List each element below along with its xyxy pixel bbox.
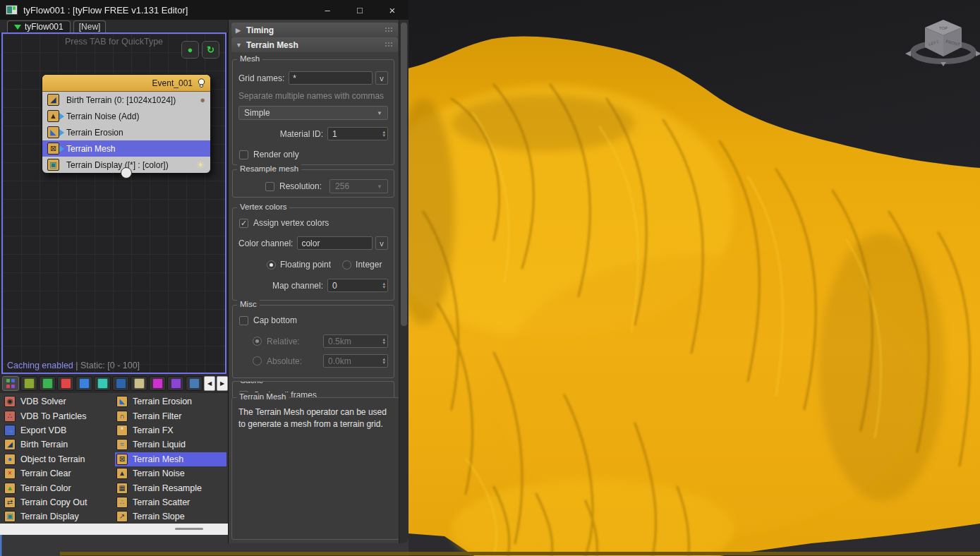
floating-point-label: Floating point <box>280 260 331 270</box>
group-resample: Resample mesh ✓ Resolution: 256 ▼ <box>232 169 394 198</box>
panel-vscrollbar[interactable] <box>399 20 409 543</box>
color-channel-v-button[interactable]: v <box>375 236 388 250</box>
operator-icon: ◣ <box>47 126 59 138</box>
spinner-arrows-icon[interactable]: ▴▾ <box>382 355 385 367</box>
window-title: tyFlow001 : [tyFlow FREE v1.131 Editor] <box>23 5 188 16</box>
operator-list-label: Terrain Mesh <box>133 454 183 464</box>
map-channel-value: 0 <box>332 281 337 291</box>
operator-list-item[interactable]: ∩ Terrain Filter <box>115 409 226 423</box>
rollout-timing[interactable]: ▶ Timing <box>231 23 398 37</box>
relative-radio[interactable] <box>253 337 262 346</box>
cap-bottom-checkbox[interactable]: ✓ <box>239 316 248 325</box>
minimize-button[interactable]: – <box>311 0 344 20</box>
tab-tyflow001[interactable]: tyFlow001 <box>7 20 71 32</box>
material-id-label: Material ID: <box>280 129 323 139</box>
mesh-type-dropdown[interactable]: Simple ▼ <box>238 106 388 120</box>
hscrollbar-thumb[interactable] <box>175 528 203 530</box>
filter-category-button[interactable] <box>57 376 74 391</box>
filter-category-button[interactable] <box>149 376 166 391</box>
map-channel-spinner[interactable]: 0 ▴▾ <box>327 279 388 292</box>
refresh-button[interactable]: ↻ <box>202 41 219 59</box>
static-range-text: | Static: [0 - 100] <box>73 361 140 370</box>
relative-spinner[interactable]: 0.5km ▴▾ <box>323 334 388 348</box>
filter-category-button[interactable] <box>112 376 129 391</box>
color-channel-input[interactable]: color <box>297 236 373 250</box>
operator-list-item[interactable]: * Terrain FX <box>115 423 226 437</box>
operator-list-item[interactable]: ↗ Terrain Slope <box>115 509 226 524</box>
titlebar[interactable]: tyFlow001 : [tyFlow FREE v1.131 Editor] … <box>0 0 409 20</box>
operator-list-item[interactable]: ∴ Terrain Scatter <box>115 495 226 509</box>
operator-list-item[interactable]: ⊠ Terrain Mesh <box>115 452 226 466</box>
close-button[interactable]: × <box>376 0 409 20</box>
filter-category-button[interactable] <box>39 376 56 391</box>
tab-new[interactable]: [New] <box>73 20 107 32</box>
operator-list-item[interactable]: × Terrain Clear <box>3 466 113 481</box>
drag-grip-icon[interactable] <box>385 27 394 33</box>
operator-indicator-icon[interactable]: ● <box>200 95 205 104</box>
rollout-terrain-mesh[interactable]: ▼ Terrain Mesh <box>231 37 398 52</box>
filter-buttons <box>20 376 202 391</box>
event-operator-row[interactable]: ◣ Terrain Erosion <box>42 124 210 140</box>
scroll-right-button[interactable]: ▶ <box>217 376 228 391</box>
operator-list-item[interactable]: ● Object to Terrain <box>3 452 113 466</box>
operator-list-item[interactable]: ▦ Terrain Resample <box>115 481 226 495</box>
filter-category-button[interactable] <box>20 376 37 391</box>
operator-list-item[interactable]: ▲ Terrain Color <box>3 481 113 495</box>
resample-checkbox[interactable]: ✓ <box>265 182 274 191</box>
operator-list-item[interactable]: ▲ Terrain Noise <box>115 466 226 481</box>
filter-category-button[interactable] <box>167 376 184 391</box>
group-misc-title: Misc <box>237 300 260 308</box>
viewcube-top-label: TOP <box>939 26 948 30</box>
node-editor-canvas[interactable]: Press TAB for QuickType ● ↻ Event_001 ◢ <box>1 32 226 374</box>
render-only-checkbox[interactable]: ✓ <box>239 150 248 159</box>
maximize-button[interactable]: □ <box>344 0 376 20</box>
simulate-button[interactable]: ● <box>181 41 199 59</box>
spinner-arrows-icon[interactable]: ▴▾ <box>382 279 385 291</box>
group-vertex-colors: Vertex colors ✓ Assign vertex colors Col… <box>232 207 394 301</box>
operator-list-label: VDB Solver <box>20 397 66 406</box>
floating-point-radio[interactable] <box>267 260 276 270</box>
grid-names-input[interactable]: * <box>289 71 373 85</box>
spinner-arrows-icon[interactable]: ▴▾ <box>382 335 385 347</box>
absolute-label: Absolute: <box>267 356 302 366</box>
operator-list-item[interactable]: ◣ Terrain Erosion <box>115 394 226 409</box>
absolute-radio[interactable] <box>253 356 262 365</box>
absolute-spinner[interactable]: 0.0km ▴▾ <box>323 354 388 368</box>
operator-list-item[interactable]: ∴ VDB To Particles <box>3 409 113 423</box>
tab-label: tyFlow001 <box>25 22 63 32</box>
resolution-dropdown[interactable]: 256 ▼ <box>329 179 388 193</box>
event-operator-row[interactable]: ◢ Birth Terrain (0: [1024x1024]) ● <box>42 92 210 108</box>
filter-all-button[interactable] <box>2 376 19 391</box>
filter-category-button[interactable] <box>186 376 202 391</box>
integer-radio[interactable] <box>342 260 351 270</box>
filter-category-button[interactable] <box>75 376 92 391</box>
filter-category-button[interactable] <box>94 376 111 391</box>
scroll-left-button[interactable]: ◀ <box>204 376 215 391</box>
grid-names-v-button[interactable]: v <box>375 71 388 85</box>
chevron-down-icon: ▼ <box>377 110 382 116</box>
operator-list-hscrollbar[interactable] <box>0 524 228 535</box>
filter-all-icon <box>6 379 16 388</box>
node-output-connector[interactable] <box>121 167 132 179</box>
drag-grip-icon[interactable] <box>385 42 394 48</box>
filter-category-button[interactable] <box>131 376 147 391</box>
filter-category-icon <box>61 378 71 389</box>
material-id-spinner[interactable]: 1 ▴▾ <box>327 127 388 140</box>
assign-vertex-colors-checkbox[interactable]: ✓ <box>239 219 248 228</box>
operator-list-item[interactable]: ≈ Terrain Liquid <box>115 437 226 452</box>
operator-indicator-icon[interactable]: ☀ <box>196 159 205 170</box>
operator-list-item[interactable]: ⇄ Terrain Copy Out <box>3 495 113 509</box>
filter-category-icon <box>24 378 35 389</box>
operator-list-item[interactable]: → Export VDB <box>3 423 113 437</box>
vscrollbar-thumb[interactable] <box>401 23 407 326</box>
event-node[interactable]: Event_001 ◢ Birth Terrain (0: [1024x1024… <box>42 74 211 174</box>
operator-list-item[interactable]: ◉ VDB Solver <box>3 394 113 409</box>
operator-list-item[interactable]: ▣ Terrain Display <box>3 509 113 524</box>
lightbulb-icon[interactable] <box>198 78 205 88</box>
event-operator-row[interactable]: ⊠ Terrain Mesh <box>42 140 210 157</box>
spinner-arrows-icon[interactable]: ▴▾ <box>382 128 385 140</box>
event-operator-row[interactable]: ▲ Terrain Noise (Add) <box>42 108 210 124</box>
operator-label: Terrain Noise (Add) <box>66 111 139 121</box>
operator-list-item[interactable]: ◢ Birth Terrain <box>3 437 113 452</box>
event-node-header[interactable]: Event_001 <box>42 75 210 92</box>
